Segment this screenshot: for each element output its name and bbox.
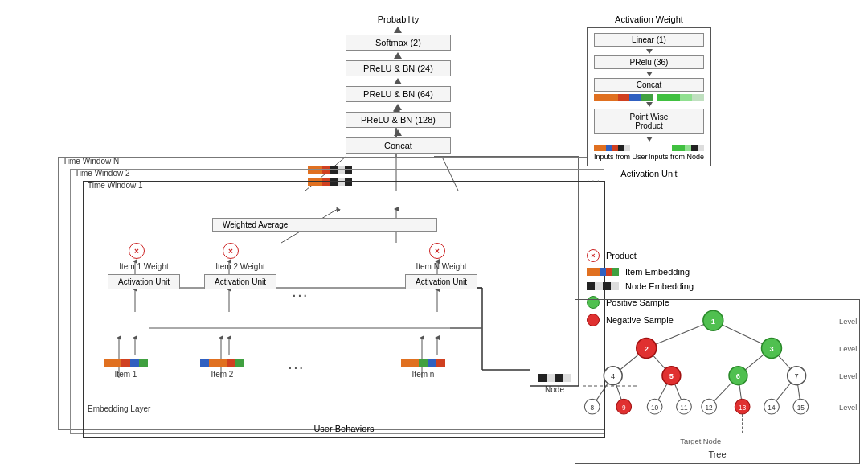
itemN-label: Item n — [401, 370, 445, 379]
svg-text:Level 3: Level 3 — [839, 372, 859, 380]
diagram: Probability Softmax (2) PReLU & BN (24) … — [0, 0, 868, 476]
softmax-box: Softmax (2) — [346, 35, 451, 51]
itemN-weight-label: Item N Weight — [405, 262, 477, 271]
prelu-bn-24-box: PReLU & BN (24) — [346, 60, 451, 76]
dots-embeddings: ... — [289, 359, 305, 371]
svg-text:3: 3 — [769, 345, 773, 353]
legend-node-bar-icon — [587, 282, 619, 290]
svg-text:6: 6 — [736, 372, 740, 380]
legend-product-label: Product — [606, 251, 637, 261]
aw-user-input — [594, 145, 630, 151]
arrow-up-4 — [394, 104, 402, 110]
aw-concat-box: Concat — [594, 78, 704, 92]
item1-label: Item 1 — [104, 370, 148, 379]
legend-item-embedding: Item Embedding — [587, 267, 715, 277]
item1-activation-unit: Activation Unit — [108, 274, 180, 289]
tree-container: 1 2 3 4 5 6 7 8 9 — [575, 299, 860, 464]
x-circle-itemN: × — [429, 243, 445, 259]
embedding-layer-label: Embedding Layer — [88, 404, 150, 413]
legend-color-bar-icon — [587, 268, 619, 276]
activation-weight-title: Activation Weight — [587, 14, 711, 24]
legend-x-circle: × — [587, 249, 600, 262]
item2-label: Item 2 — [200, 370, 244, 379]
activation-weight-section: Activation Weight Linear (1) PRelu (36) … — [587, 14, 711, 178]
item2-embedding: Item 2 — [200, 359, 244, 379]
aw-input-labels: Inputs from User Inputs from Node — [594, 153, 704, 161]
tree-title: Tree — [708, 449, 726, 459]
legend-x-icon: × — [587, 249, 600, 262]
aw-node-input — [672, 145, 704, 151]
time-window-1-label: Time Window 1 — [88, 181, 143, 190]
prelu-bn-64-box: PReLU & BN (64) — [346, 86, 451, 102]
svg-text:5: 5 — [669, 372, 674, 380]
svg-text:11: 11 — [680, 404, 688, 412]
aw-inputs-row — [594, 145, 704, 151]
legend-node-bar — [587, 282, 619, 290]
pw-product-label: Point WiseProduct — [630, 113, 669, 130]
svg-text:10: 10 — [651, 404, 659, 412]
aw-arrow-3 — [646, 102, 653, 107]
svg-text:13: 13 — [739, 404, 747, 412]
item1-weight-label: Item 1 Weight — [108, 262, 180, 271]
legend-item-bar — [587, 268, 619, 276]
aw-arrow-2 — [646, 72, 653, 76]
item2-weight-label: Item 2 Weight — [204, 262, 276, 271]
svg-text:12: 12 — [706, 404, 714, 412]
activation-unit-label: Activation Unit — [587, 169, 711, 178]
svg-text:Level 4: Level 4 — [839, 404, 859, 412]
svg-text:14: 14 — [768, 404, 776, 412]
itemN-embedding: Item n — [401, 359, 445, 379]
aw-arrow-4 — [646, 137, 653, 142]
legend-item-embedding-label: Item Embedding — [625, 267, 690, 277]
weighted-average-box: Weighted Average — [212, 218, 437, 232]
svg-text:7: 7 — [795, 372, 799, 380]
probability-label: Probability — [346, 14, 451, 24]
legend-product: × Product — [587, 249, 715, 262]
item1-column: Item 1 Weight Activation Unit — [108, 262, 180, 289]
activation-weight-box: Linear (1) PRelu (36) Concat Point WiseP… — [587, 27, 711, 166]
svg-line-33 — [646, 321, 713, 348]
dots-items: ... — [293, 286, 309, 299]
svg-text:Level 1: Level 1 — [839, 318, 859, 326]
concat-main-box: Concat — [346, 137, 451, 154]
user-behaviors-label: User Behaviors — [313, 424, 374, 433]
prelu-box: PRelu (36) — [594, 55, 704, 69]
time-window-n-label: Time Window N — [63, 157, 119, 166]
inputs-from-user-label: Inputs from User — [594, 153, 648, 161]
time-window-1-box: Time Window 1 Weighted Average Item 1 We… — [83, 181, 605, 438]
svg-text:8: 8 — [590, 404, 594, 412]
svg-text:2: 2 — [645, 345, 649, 353]
node-section: Node — [538, 374, 571, 394]
arrow-up-3 — [394, 78, 402, 84]
aw-concat-bars — [594, 94, 704, 101]
pw-product-box: Point WiseProduct — [594, 109, 704, 134]
x-circle-item1: × — [129, 243, 145, 259]
legend-node-embedding-label: Node Embedding — [625, 281, 694, 291]
arrow-up-1 — [394, 27, 402, 33]
itemN-activation-unit: Activation Unit — [405, 274, 477, 289]
probability-section: Probability Softmax (2) PReLU & BN (24) … — [346, 14, 451, 154]
inputs-from-node-label: Inputs from Node — [649, 153, 704, 161]
arrow-up-5 — [394, 129, 402, 136]
node-label: Node — [538, 385, 571, 394]
itemN-column: Item N Weight Activation Unit — [405, 262, 477, 289]
svg-text:9: 9 — [622, 404, 626, 412]
svg-text:Target Node: Target Node — [680, 437, 721, 445]
arrow-up-2 — [394, 52, 402, 59]
time-window-2-label: Time Window 2 — [75, 169, 130, 178]
legend-node-embedding: Node Embedding — [587, 281, 715, 291]
item1-embedding: Item 1 — [104, 359, 148, 379]
aw-arrow-1 — [646, 49, 653, 54]
item2-activation-unit: Activation Unit — [204, 274, 276, 289]
svg-text:15: 15 — [797, 404, 805, 412]
svg-text:4: 4 — [611, 372, 615, 380]
x-circle-item2: × — [223, 243, 239, 259]
svg-text:Level 2: Level 2 — [839, 345, 859, 353]
svg-text:1: 1 — [711, 318, 715, 326]
tree-svg: 1 2 3 4 5 6 7 8 9 — [575, 300, 859, 463]
item2-column: Item 2 Weight Activation Unit — [204, 262, 276, 289]
linear-box: Linear (1) — [594, 33, 704, 47]
prelu-bn-128-box: PReLU & BN (128) — [346, 112, 451, 128]
